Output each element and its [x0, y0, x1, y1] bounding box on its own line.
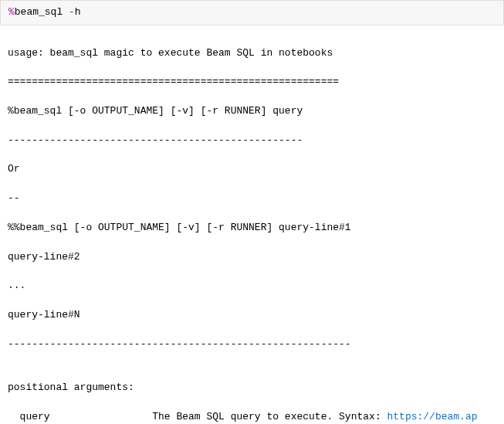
positional-query-name: query The Beam SQL query to execute. Syn… [8, 411, 387, 422]
positional-header: positional arguments: [8, 381, 496, 395]
rule-line: ----------------------------------------… [8, 338, 496, 352]
rule-line: ========================================… [8, 75, 496, 90]
output-block: usage: beam_sql magic to execute Beam SQ… [0, 25, 504, 424]
flag-dash: - [69, 6, 75, 18]
usage-line: usage: beam_sql magic to execute Beam SQ… [8, 46, 496, 61]
rule-line: ----------------------------------------… [8, 134, 496, 148]
synopsis-single: %beam_sql [-o OUTPUT_NAME] [-v] [-r RUNN… [8, 104, 496, 119]
code-cell: %beam_sql -h [0, 0, 504, 25]
magic-operator: % [8, 6, 15, 18]
synopsis-multi-3: ... [8, 279, 496, 293]
magic-command: beam_sql [15, 6, 69, 18]
flag-letter: h [75, 6, 81, 18]
or-line: Or [8, 162, 496, 177]
positional-query-row: query The Beam SQL query to execute. Syn… [8, 410, 496, 424]
synopsis-multi-1: %%beam_sql [-o OUTPUT_NAME] [-v] [-r RUN… [8, 221, 496, 236]
synopsis-multi-2: query-line#2 [8, 250, 496, 265]
synopsis-multi-n: query-line#N [8, 308, 496, 323]
rule-line: -- [8, 192, 496, 206]
syntax-link-part1[interactable]: https://beam.ap [387, 411, 477, 422]
